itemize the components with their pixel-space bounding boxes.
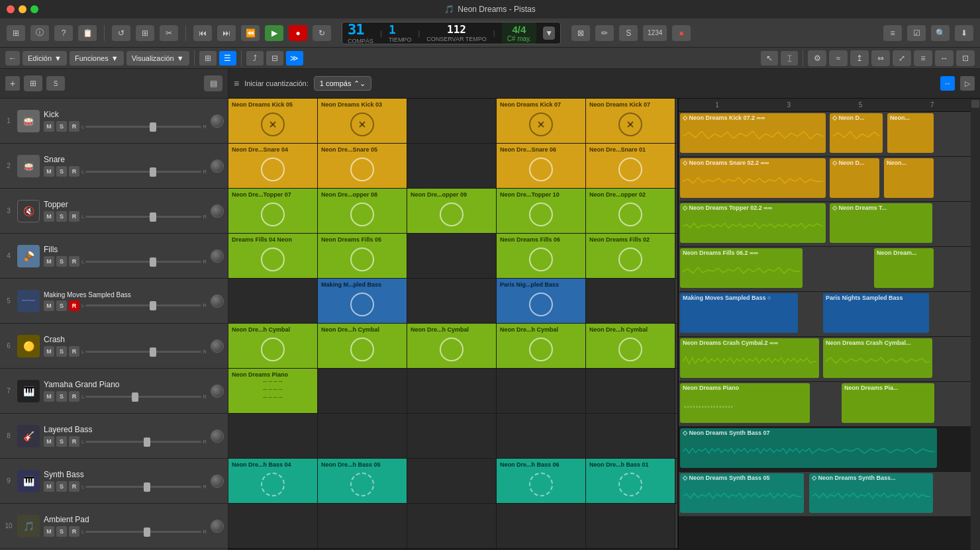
- list-btn[interactable]: ≡: [883, 25, 902, 41]
- cell-layered-4[interactable]: [497, 414, 586, 458]
- cell-layered-1[interactable]: [228, 414, 318, 458]
- cell-ambient-2[interactable]: [318, 504, 407, 548]
- track-solo-btn[interactable]: S: [46, 76, 65, 91]
- scissors-button[interactable]: ✂: [160, 25, 178, 41]
- stop-btn[interactable]: ⊠: [571, 25, 590, 41]
- fader-track[interactable]: [85, 531, 201, 533]
- help-button[interactable]: ?: [54, 25, 73, 41]
- fader-track[interactable]: [85, 216, 201, 218]
- fastforward-button[interactable]: ⏭: [217, 25, 236, 41]
- timeline-clip-snare-1[interactable]: ◇ Neon Dreams Snare 02.2 ∞∞: [680, 158, 826, 198]
- zoom-out-btn[interactable]: ↔: [935, 50, 954, 66]
- back-arrow-btn[interactable]: ←: [5, 51, 20, 66]
- cell-ambient-5[interactable]: [586, 504, 675, 548]
- cell-synth-3[interactable]: [407, 459, 497, 503]
- cell-synth-2[interactable]: Neon Dre...h Bass 05: [318, 459, 407, 503]
- notes-button[interactable]: 📋: [78, 25, 97, 41]
- cycle-button[interactable]: ↻: [313, 25, 331, 41]
- cell-layered-2[interactable]: [318, 414, 407, 458]
- track-group-btn[interactable]: ⊞: [24, 75, 42, 91]
- cell-kick-4[interactable]: Neon Dreams Kick 07: [497, 99, 586, 143]
- track-knob[interactable]: [211, 160, 224, 173]
- cell-crash-3[interactable]: Neon Dre...h Cymbal: [407, 324, 497, 368]
- cell-piano-4[interactable]: [497, 369, 586, 413]
- zoom-opt-btn[interactable]: ⊡: [956, 50, 975, 66]
- timeline-clip-synth-2[interactable]: ◇ Neon Dreams Synth Bass...: [809, 473, 933, 513]
- track-options-btn[interactable]: ▤: [204, 75, 222, 91]
- cell-synth-1[interactable]: Neon Dre...h Bass 04: [228, 459, 318, 503]
- track-knob[interactable]: [211, 250, 224, 263]
- fit-btn[interactable]: ⇔: [871, 50, 890, 66]
- direction-left-btn[interactable]: ↔: [940, 76, 955, 91]
- timeline-clip-snare-3[interactable]: Neon...: [884, 158, 934, 198]
- mute-button[interactable]: M: [44, 481, 54, 492]
- record-arm-button[interactable]: R: [69, 481, 79, 492]
- cell-bass-2[interactable]: Making M...pled Bass: [318, 279, 407, 323]
- cell-kick-3[interactable]: [407, 99, 497, 143]
- track-knob[interactable]: [211, 115, 224, 128]
- add-track-button[interactable]: +: [5, 76, 20, 91]
- scroll-handle[interactable]: [971, 100, 979, 108]
- cell-piano-1[interactable]: Neon Dreams Piano ─ ─ ─ ── ─ ─ ── ─ ─ ─: [228, 369, 318, 413]
- timeline-clip-crash-2[interactable]: Neon Dreams Crash Cymbal...: [823, 338, 932, 378]
- cell-topper-1[interactable]: Neon Dre...Topper 07: [228, 189, 318, 233]
- record-arm-button[interactable]: R: [69, 300, 79, 311]
- funciones-menu[interactable]: Funciones ▼: [70, 51, 124, 66]
- fader-track[interactable]: [85, 304, 201, 306]
- cell-fills-5[interactable]: Neon Dreams Fills 02: [586, 234, 675, 278]
- cell-snare-5[interactable]: Neon Dre...Snare 01: [586, 144, 675, 188]
- transport-menu-button[interactable]: ▼: [543, 26, 555, 40]
- traffic-lights[interactable]: [7, 5, 38, 13]
- cell-piano-5[interactable]: [586, 369, 675, 413]
- cell-snare-4[interactable]: Neon Dre...Snare 06: [497, 144, 586, 188]
- record-arm-button[interactable]: R: [69, 346, 79, 357]
- cell-snare-2[interactable]: Neon Dre...Snare 05: [318, 144, 407, 188]
- mute-button[interactable]: M: [44, 436, 54, 447]
- zoom-in-btn[interactable]: ↥: [850, 50, 869, 66]
- cell-bass-1[interactable]: [228, 279, 318, 323]
- close-button[interactable]: [7, 5, 15, 13]
- cell-synth-4[interactable]: Neon Dre...h Bass 06: [497, 459, 586, 503]
- cell-topper-4[interactable]: Neon Dre...Topper 10: [497, 189, 586, 233]
- solo-button[interactable]: S: [56, 256, 67, 267]
- track-knob[interactable]: [211, 295, 224, 308]
- mute-button[interactable]: M: [44, 346, 54, 357]
- grid-view-btn[interactable]: ⊞: [199, 51, 217, 66]
- cell-ambient-1[interactable]: [228, 504, 318, 548]
- mute-button[interactable]: M: [44, 211, 54, 222]
- pencil-btn[interactable]: ✏: [595, 25, 614, 41]
- solo-button[interactable]: S: [56, 346, 67, 357]
- cell-kick-1[interactable]: Neon Dreams Kick 05: [228, 99, 318, 143]
- solo-button[interactable]: S: [56, 481, 67, 492]
- timeline-clip-fills-2[interactable]: Neon Dream...: [874, 248, 934, 288]
- fader-track[interactable]: [85, 261, 201, 263]
- check-btn[interactable]: ☑: [907, 25, 926, 41]
- edicion-menu[interactable]: Edición ▼: [23, 51, 67, 66]
- cell-topper-3[interactable]: Neon Dre...opper 09: [407, 189, 497, 233]
- direction-right-btn[interactable]: ▷: [960, 76, 975, 91]
- mute-button[interactable]: M: [44, 300, 54, 311]
- solo-button[interactable]: S: [56, 436, 67, 447]
- cell-kick-5[interactable]: Neon Dreams Kick 07: [586, 99, 675, 143]
- minimize-button[interactable]: [19, 5, 26, 13]
- timeline-clip-fills-1[interactable]: Neon Dreams Fills 06.2 ∞∞: [680, 248, 803, 288]
- cell-snare-1[interactable]: Neon Dre...Snare 04: [228, 144, 318, 188]
- timeline-clip-snare-2[interactable]: ◇ Neon D...: [830, 158, 879, 198]
- cell-topper-2[interactable]: Neon Dre...opper 08: [318, 189, 407, 233]
- timeline-clip-kick-1[interactable]: ◇ Neon Dreams Kick 07.2 ∞∞: [680, 113, 826, 153]
- step-btn[interactable]: ≫: [286, 51, 303, 66]
- download-btn[interactable]: ⬇: [955, 25, 973, 41]
- fullscreen-button[interactable]: [30, 5, 38, 13]
- cell-kick-2[interactable]: Neon Dreams Kick 03: [318, 99, 407, 143]
- fader-track[interactable]: [85, 441, 201, 443]
- record-arm-button[interactable]: R: [69, 121, 79, 132]
- timeline-clip-kick-2[interactable]: ◇ Neon D...: [830, 113, 883, 153]
- tuner-btn[interactable]: 🔺: [672, 25, 691, 41]
- library-button[interactable]: ⊞: [7, 25, 25, 41]
- timeline-clip-crash-1[interactable]: Neon Dreams Crash Cymbal.2 ∞∞: [680, 338, 819, 378]
- waveform-btn[interactable]: ≈: [829, 50, 848, 66]
- record-arm-button[interactable]: R: [69, 166, 79, 177]
- col-btn[interactable]: ≡: [914, 50, 932, 66]
- record-arm-button[interactable]: R: [69, 211, 79, 222]
- timeline-clip-piano-2[interactable]: Neon Dreams Pia...: [842, 383, 934, 423]
